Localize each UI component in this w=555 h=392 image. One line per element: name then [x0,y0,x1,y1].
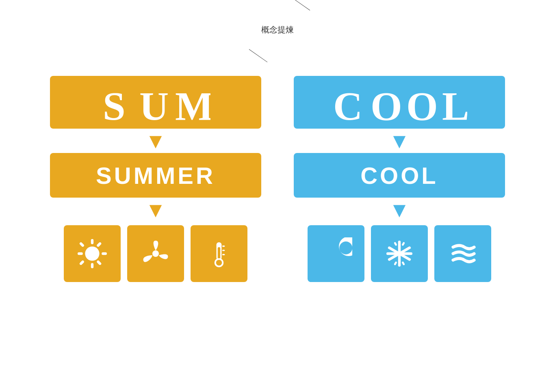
header-section: 概念提煉 [261,24,294,35]
sum-banner: S U M [50,76,261,129]
letter-u-icon: U [137,81,170,124]
svg-text:M: M [175,84,210,124]
letter-o1-icon: O [369,81,401,124]
svg-rect-11 [79,260,85,266]
snowflake-icon-box [371,225,428,282]
svg-rect-18 [222,250,225,251]
sun-icon-box [64,225,121,282]
svg-point-3 [85,246,99,261]
svg-rect-19 [222,254,225,255]
moon-icon [320,237,352,270]
summer-arrow-1: ▼ [145,130,166,151]
moon-icon-box [308,225,364,282]
fan-icon [139,237,172,270]
letter-s-icon: S [101,81,133,124]
svg-rect-30 [401,242,405,246]
snowflake-icon [383,237,416,270]
svg-rect-17 [222,246,225,247]
svg-text:C: C [333,84,362,124]
svg-rect-5 [91,263,93,268]
summer-column: S U M ▼ SUMMER ▼ [50,76,261,282]
thermometer-icon-box [191,225,247,282]
summer-word-banner: SUMMER [50,153,261,198]
fan-icon-box [127,225,184,282]
svg-rect-10 [96,260,102,266]
svg-text:U: U [139,84,169,124]
wind-icon-box [434,225,491,282]
decorative-line-top [292,0,310,11]
wind-icon [447,237,479,270]
main-content: S U M ▼ SUMMER ▼ [50,76,505,282]
svg-point-28 [397,251,401,256]
decorative-line-bottom [249,49,268,62]
cool-banner: C O O L [294,76,505,129]
svg-rect-9 [79,242,85,248]
cool-word-banner: COOL [294,153,505,198]
cool-text: COOL [360,162,438,189]
thermometer-icon [203,237,235,270]
concept-title: 概念提煉 [261,24,294,35]
cool-arrow-1: ▼ [389,130,410,151]
cool-icons-row [308,225,491,282]
svg-text:L: L [442,84,467,124]
cool-column: C O O L ▼ COOL [294,76,505,282]
letter-l-icon: L [441,81,467,124]
svg-rect-29 [394,242,397,246]
svg-text:O: O [406,84,437,124]
svg-text:S: S [103,84,126,124]
svg-rect-32 [401,261,405,266]
svg-rect-8 [96,242,102,248]
svg-rect-31 [394,261,397,266]
svg-rect-6 [78,252,83,255]
summer-icons-row [64,225,247,282]
svg-rect-4 [91,239,93,244]
sun-icon [76,237,108,270]
svg-point-12 [152,250,159,257]
letter-m-icon: M [174,81,210,124]
svg-text:O: O [371,84,401,124]
summer-arrow-2: ▼ [145,199,166,220]
cool-arrow-2: ▼ [389,199,410,220]
svg-rect-7 [102,252,107,255]
title-wrapper: 概念提煉 [261,24,294,35]
letter-c-icon: C [332,81,365,124]
summer-text: SUMMER [96,162,215,189]
svg-point-16 [216,260,222,265]
letter-o2-icon: O [405,81,437,124]
